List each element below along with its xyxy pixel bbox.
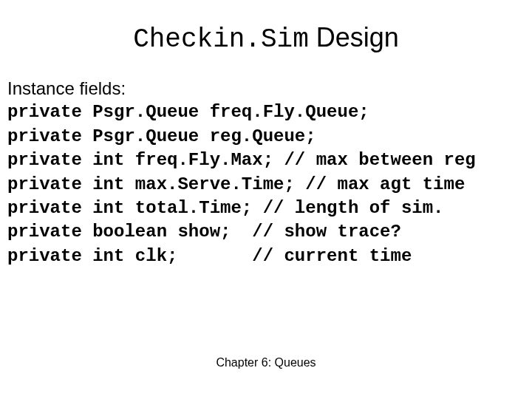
code-line: private int max.Serve.Time; // max agt t… [7,173,532,197]
title-serif: Design [309,22,399,52]
slide-content: Instance fields: private Psgr.Queue freq… [0,77,532,268]
code-line: private int total.Time; // length of sim… [7,197,532,220]
code-line: private boolean show; // show trace? [7,220,532,244]
code-line: private int clk; // current time [7,245,532,268]
footer-text: Chapter 6: Queues [0,356,532,369]
slide-title: Checkin.Sim Design [0,22,532,55]
instance-fields-label: Instance fields: [7,77,532,100]
code-line: private Psgr.Queue reg.Queue; [7,125,532,149]
title-mono: Checkin.Sim [133,24,309,55]
code-line: private Psgr.Queue freq.Fly.Queue; [7,100,532,124]
code-line: private int freq.Fly.Max; // max between… [7,149,532,172]
